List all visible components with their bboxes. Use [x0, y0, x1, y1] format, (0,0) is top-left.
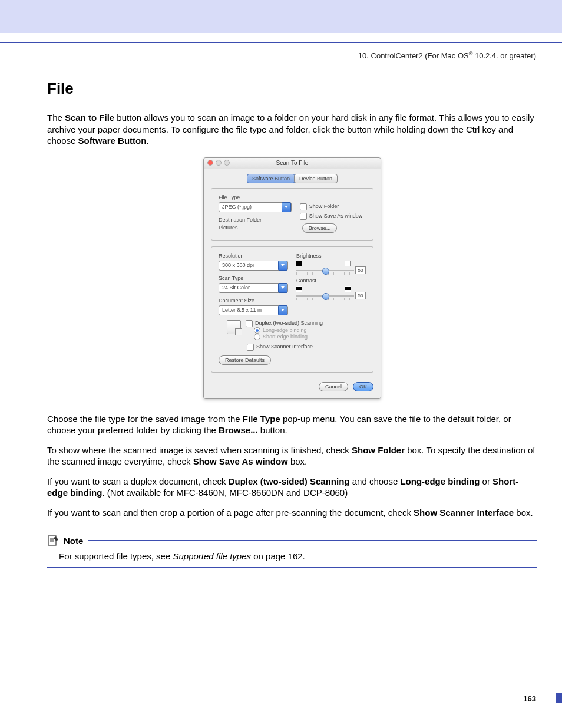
label-document-size: Document Size	[219, 298, 288, 304]
checkbox-show-scanner[interactable]	[247, 344, 254, 351]
intro-a: The	[47, 113, 65, 123]
brightness-value: 50	[355, 266, 366, 274]
chevron-down-icon	[282, 202, 291, 212]
dialog-title: Scan To File	[276, 160, 309, 166]
label-destination-folder: Destination Folder	[219, 217, 292, 223]
note-icon	[47, 535, 59, 546]
top-color-band	[0, 0, 562, 33]
header-suffix: 10.2.4. or greater)	[472, 51, 536, 60]
radio-long-edge[interactable]	[254, 327, 260, 334]
cancel-button[interactable]: Cancel	[319, 382, 348, 391]
label-brightness: Brightness	[296, 253, 366, 259]
radio-short-edge[interactable]	[254, 334, 260, 340]
resolution-select[interactable]: 300 x 300 dpi	[219, 261, 288, 271]
label-resolution: Resolution	[219, 253, 288, 259]
browse-button[interactable]: Browse...	[302, 223, 338, 233]
tab-device-button[interactable]: Device Button	[294, 174, 338, 183]
label-show-scanner: Show Scanner Interface	[256, 344, 313, 350]
group-file: File Type JPEG (*.jpg) Destination Folde…	[211, 188, 373, 241]
page-title: File	[47, 80, 537, 98]
intro-paragraph: The Scan to File button allows you to sc…	[47, 112, 537, 147]
duplex-icon	[227, 320, 241, 334]
paragraph-duplex: If you want to scan a duplex document, c…	[47, 476, 537, 499]
running-header: 10. ControlCenter2 (For Mac OS® 10.2.4. …	[0, 51, 562, 60]
scan-to-file-dialog: Scan To File Software ButtonDevice Butto…	[203, 157, 381, 399]
checkbox-show-save-as[interactable]	[300, 213, 307, 220]
file-type-select[interactable]: JPEG (*.jpg)	[219, 202, 292, 212]
note-link: Supported file types	[173, 551, 251, 561]
label-duplex: Duplex (two-sided) Scanning	[255, 320, 323, 326]
brightness-dark-icon	[296, 261, 302, 266]
label-file-type: File Type	[219, 195, 292, 200]
label-show-save-as: Show Save As window	[309, 213, 363, 219]
checkbox-duplex[interactable]	[246, 320, 253, 327]
scan-type-value: 24 Bit Color	[222, 285, 250, 291]
note-title: Note	[64, 536, 83, 546]
paragraph-show-folder: To show where the scanned image is saved…	[47, 444, 537, 467]
label-long-edge: Long-edge binding	[263, 327, 307, 333]
intro-e: .	[146, 136, 148, 146]
chevron-down-icon	[278, 305, 287, 315]
contrast-value: 50	[355, 292, 366, 299]
document-size-select[interactable]: Letter 8.5 x 11 in	[219, 305, 288, 315]
label-scan-type: Scan Type	[219, 275, 288, 281]
top-rule	[0, 42, 562, 43]
intro-b: Scan to File	[65, 113, 114, 123]
label-short-edge: Short-edge binding	[263, 334, 308, 340]
contrast-low-icon	[296, 286, 302, 292]
minimize-icon[interactable]	[216, 160, 222, 166]
restore-defaults-button[interactable]: Restore Defaults	[219, 355, 271, 365]
brightness-light-icon	[345, 261, 351, 266]
checkbox-show-folder[interactable]	[300, 203, 307, 210]
file-type-value: JPEG (*.jpg)	[222, 204, 252, 210]
note-bottom-rule	[47, 567, 537, 568]
paragraph-scanner-interface: If you want to scan and then crop a port…	[47, 507, 537, 519]
tab-software-button[interactable]: Software Button	[247, 174, 295, 183]
label-contrast: Contrast	[296, 278, 366, 284]
contrast-high-icon	[345, 286, 351, 292]
dialog-titlebar: Scan To File	[204, 158, 381, 169]
chevron-down-icon	[278, 283, 287, 293]
label-show-folder: Show Folder	[309, 203, 339, 209]
group-scan-settings: Resolution 300 x 300 dpi Scan Type 24 Bi…	[211, 246, 373, 373]
contrast-slider[interactable]: 50	[296, 294, 366, 298]
ok-button[interactable]: OK	[353, 382, 373, 391]
paragraph-file-type: Choose the file type for the saved image…	[47, 413, 537, 436]
zoom-icon[interactable]	[224, 160, 230, 166]
destination-folder-value: Pictures	[219, 225, 292, 230]
resolution-value: 300 x 300 dpi	[222, 262, 254, 268]
header-prefix: 10. ControlCenter2 (For Mac OS	[358, 51, 469, 60]
note-block: Note For supported file types, see Suppo…	[47, 535, 537, 568]
brightness-slider[interactable]: 50	[296, 268, 366, 273]
close-icon[interactable]	[207, 160, 213, 166]
page-tab-marker	[556, 693, 562, 703]
note-top-rule	[88, 540, 537, 541]
page-number: 163	[523, 694, 536, 703]
document-size-value: Letter 8.5 x 11 in	[222, 307, 262, 313]
scan-type-select[interactable]: 24 Bit Color	[219, 283, 288, 293]
note-body: For supported file types, see Supported …	[47, 546, 537, 567]
intro-d: Software Button	[78, 136, 147, 146]
chevron-down-icon	[278, 261, 287, 271]
